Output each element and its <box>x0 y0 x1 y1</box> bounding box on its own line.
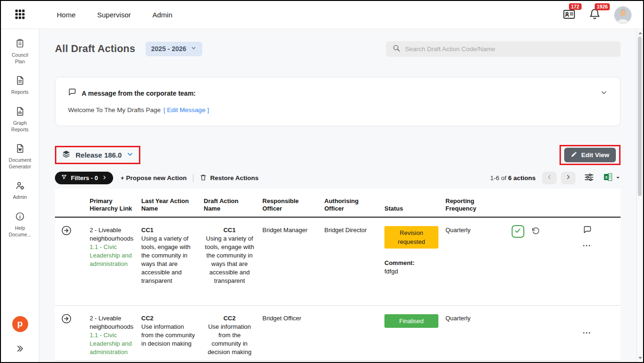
grid-icon <box>14 8 26 22</box>
triangle-down-icon <box>638 357 642 359</box>
sidebar-item-council-plan[interactable]: Council Plan <box>7 38 34 65</box>
sidebar-item-document-generator[interactable]: Document Generator <box>7 144 34 170</box>
draft-action-name: Use information from the community in de… <box>204 323 255 356</box>
draft-action-code: CC1 <box>204 226 255 234</box>
sidebar-item-label: Reports <box>11 89 29 96</box>
last-year-action-code: CC1 <box>141 226 197 234</box>
year-selector[interactable]: 2025 - 2026 <box>146 42 202 56</box>
column-header-status: Status <box>381 205 442 212</box>
last-year-action-name: Using a variety of tools, engage with th… <box>141 234 197 285</box>
toolbar-divider <box>193 174 193 182</box>
window-body: Council Plan Reports Graph Reports Docum… <box>1 29 643 362</box>
table-row: 2 - Liveable neighbourhoods 1.1 - Civic … <box>55 306 621 361</box>
nav-item-admin[interactable]: Admin <box>153 11 173 19</box>
sidebar-item-help-documents[interactable]: Help Docume... <box>7 212 34 238</box>
message-text: Welcome To The My Drafts Page <box>68 106 161 113</box>
view-options-button[interactable] <box>584 172 594 184</box>
year-selector-label: 2025 - 2026 <box>151 45 186 53</box>
propose-new-action-button[interactable]: + Propose new Action <box>121 174 187 182</box>
app-window: Home Supervisor Admin 172 1926 <box>0 0 644 363</box>
nav-item-supervisor[interactable]: Supervisor <box>97 11 131 19</box>
sidebar-item-label: Graph Reports <box>7 120 34 133</box>
edit-message-link[interactable]: [ Edit Message ] <box>163 106 209 113</box>
search-input[interactable] <box>405 41 621 57</box>
admin-user-gear-icon <box>15 181 25 192</box>
expand-row-button[interactable] <box>61 225 72 237</box>
messages-button[interactable]: 172 <box>563 8 575 22</box>
word-document-icon <box>15 144 25 155</box>
result-count: 1-6 of 6 actions <box>490 174 536 182</box>
edit-view-label: Edit View <box>581 151 609 159</box>
cell-reporting-frequency: Quarterly <box>442 218 498 305</box>
cell-authorising-officer <box>321 306 381 361</box>
pagination-prev-button[interactable] <box>542 172 557 184</box>
cell-responsible-officer: Bridget Officer <box>259 306 321 361</box>
page-title: All Draft Actions <box>55 43 135 55</box>
cell-approval <box>498 218 553 305</box>
notifications-button[interactable]: 1926 <box>589 8 601 22</box>
chevron-right-icon <box>565 174 571 182</box>
message-card-header: A message from the corporate team: <box>68 88 608 98</box>
message-card-collapse-button[interactable] <box>600 89 608 98</box>
cell-last-year-action: CC2 Use information from the community i… <box>138 306 200 361</box>
sidebar-bottom: p <box>12 316 28 355</box>
scroll-down-button[interactable] <box>637 355 643 361</box>
status-badge: Finalised <box>384 314 438 328</box>
undo-icon <box>531 227 540 237</box>
triangle-up-icon <box>638 32 642 34</box>
scrollbar-thumb[interactable] <box>638 37 642 196</box>
approve-button[interactable] <box>512 225 524 238</box>
sidebar-item-reports[interactable]: Reports <box>11 76 29 96</box>
release-selector[interactable]: Release 186.0 <box>60 149 136 161</box>
speech-bubble-icon <box>68 88 77 98</box>
corporate-message-card: A message from the corporate team: Welco… <box>55 77 621 126</box>
sidebar-expand-button[interactable] <box>15 344 24 355</box>
cell-row-actions: ... <box>553 218 621 305</box>
user-avatar[interactable] <box>614 6 632 24</box>
expand-row-button[interactable] <box>61 313 72 325</box>
app-launcher-button[interactable] <box>14 8 26 22</box>
cell-authorising-officer: Bridget Director <box>321 218 381 305</box>
hierarchy-link[interactable]: 1.1 - Civic Leadership and administratio… <box>90 243 132 267</box>
cell-approval <box>498 306 553 361</box>
message-card-body: Welcome To The My Drafts Page [ Edit Mes… <box>68 106 608 113</box>
chevron-down-icon <box>191 45 197 53</box>
export-excel-button[interactable]: X <box>603 172 621 183</box>
cell-last-year-action: CC1 Using a variety of tools, engage wit… <box>138 218 200 305</box>
scroll-up-button[interactable] <box>637 30 643 36</box>
sidebar-item-admin[interactable]: Admin <box>13 181 27 201</box>
table-header-row: Primary Hierarchy Link Last Year Action … <box>55 189 621 218</box>
cell-primary-hierarchy: 2 - Liveable neighbourhoods 1.1 - Civic … <box>86 306 138 361</box>
edit-view-button[interactable]: Edit View <box>564 148 616 162</box>
navbar-right: 172 1926 <box>563 6 632 24</box>
vertical-scrollbar[interactable] <box>636 29 643 362</box>
comment-text: fdfgd <box>384 267 438 276</box>
row-menu-button[interactable]: ... <box>583 240 591 248</box>
row-comment-button[interactable] <box>583 225 592 236</box>
last-year-action-name: Use information from the community in de… <box>141 323 197 348</box>
cell-status: Revision requested Comment: fdfgd <box>381 218 442 305</box>
pencil-icon <box>571 151 577 159</box>
hierarchy-link[interactable]: 1.1 - Civic Leadership and administratio… <box>90 332 132 355</box>
sliders-icon <box>584 172 594 184</box>
sidebar-item-graph-reports[interactable]: Graph Reports <box>7 106 34 133</box>
svg-text:X: X <box>605 175 608 180</box>
speech-bubble-icon <box>583 225 592 236</box>
main-menu: Home Supervisor Admin <box>57 11 172 19</box>
draft-actions-table: Primary Hierarchy Link Last Year Action … <box>55 189 621 361</box>
nav-item-home[interactable]: Home <box>57 11 76 19</box>
filters-button[interactable]: Filters - 0 <box>55 172 113 184</box>
annotation-box-edit-view: Edit View <box>560 145 621 165</box>
restore-actions-button[interactable]: Restore Actions <box>199 174 259 182</box>
row-menu-button[interactable]: ... <box>583 327 591 335</box>
pagination-next-button[interactable] <box>561 172 575 184</box>
messages-badge: 172 <box>569 3 582 10</box>
hierarchy-main-text: 2 - Liveable neighbourhoods <box>90 227 133 242</box>
search-box <box>386 41 621 57</box>
toolbar-right: 1-6 of 6 actions <box>490 172 621 184</box>
double-chevron-right-icon <box>15 344 24 355</box>
release-selector-label: Release 186.0 <box>76 151 122 159</box>
undo-button[interactable] <box>531 227 540 237</box>
left-sidebar: Council Plan Reports Graph Reports Docum… <box>1 29 39 362</box>
annotation-box-release: Release 186.0 <box>55 146 140 164</box>
